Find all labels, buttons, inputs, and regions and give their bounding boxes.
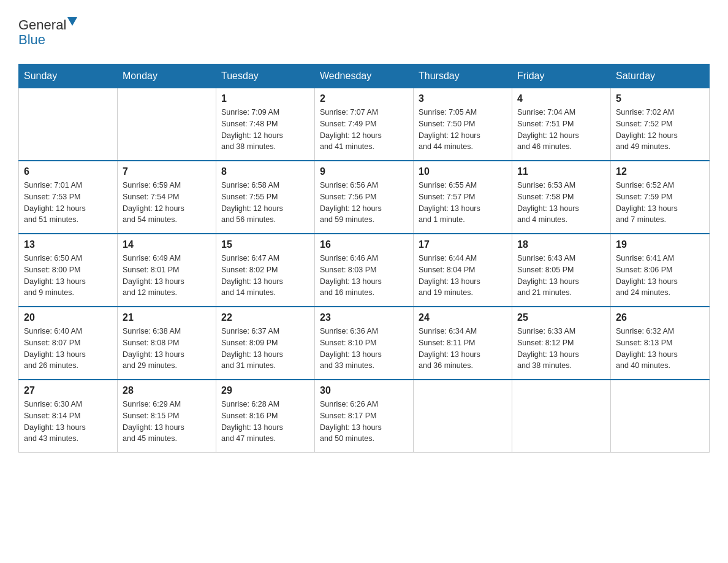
day-number: 4: [517, 93, 605, 104]
header-wednesday: Wednesday: [315, 64, 414, 88]
day-info: Sunrise: 6:47 AM Sunset: 8:02 PM Dayligh…: [221, 253, 309, 299]
calendar-cell: 7Sunrise: 6:59 AM Sunset: 7:54 PM Daylig…: [118, 161, 216, 234]
day-number: 16: [320, 239, 408, 250]
header-friday: Friday: [512, 64, 611, 88]
day-info: Sunrise: 6:29 AM Sunset: 8:15 PM Dayligh…: [123, 399, 211, 445]
day-info: Sunrise: 6:41 AM Sunset: 8:06 PM Dayligh…: [616, 253, 704, 299]
day-info: Sunrise: 7:07 AM Sunset: 7:49 PM Dayligh…: [320, 107, 408, 153]
day-info: Sunrise: 6:46 AM Sunset: 8:03 PM Dayligh…: [320, 253, 408, 299]
svg-text:General: General: [18, 17, 66, 33]
logo-svg: General Blue: [18, 12, 92, 49]
calendar-table: SundayMondayTuesdayWednesdayThursdayFrid…: [18, 64, 710, 453]
day-number: 1: [221, 93, 309, 104]
calendar-cell: [611, 380, 710, 453]
day-info: Sunrise: 6:58 AM Sunset: 7:55 PM Dayligh…: [221, 180, 309, 226]
calendar-week-row: 1Sunrise: 7:09 AM Sunset: 7:48 PM Daylig…: [19, 88, 710, 161]
calendar-cell: 30Sunrise: 6:26 AM Sunset: 8:17 PM Dayli…: [315, 380, 414, 453]
day-number: 26: [616, 312, 704, 323]
day-number: 12: [616, 166, 704, 177]
day-number: 2: [320, 93, 408, 104]
day-number: 24: [419, 312, 507, 323]
calendar-cell: 2Sunrise: 7:07 AM Sunset: 7:49 PM Daylig…: [315, 88, 414, 161]
day-number: 5: [616, 93, 704, 104]
day-number: 17: [419, 239, 507, 250]
calendar-week-row: 27Sunrise: 6:30 AM Sunset: 8:14 PM Dayli…: [19, 380, 710, 453]
day-number: 11: [517, 166, 605, 177]
day-info: Sunrise: 6:26 AM Sunset: 8:17 PM Dayligh…: [320, 399, 408, 445]
day-info: Sunrise: 6:43 AM Sunset: 8:05 PM Dayligh…: [517, 253, 605, 299]
calendar-cell: 12Sunrise: 6:52 AM Sunset: 7:59 PM Dayli…: [611, 161, 710, 234]
calendar-cell: 14Sunrise: 6:49 AM Sunset: 8:01 PM Dayli…: [118, 234, 216, 307]
calendar-week-row: 13Sunrise: 6:50 AM Sunset: 8:00 PM Dayli…: [19, 234, 710, 307]
header-thursday: Thursday: [414, 64, 512, 88]
calendar-cell: 21Sunrise: 6:38 AM Sunset: 8:08 PM Dayli…: [118, 307, 216, 380]
day-info: Sunrise: 6:36 AM Sunset: 8:10 PM Dayligh…: [320, 326, 408, 372]
calendar-cell: 3Sunrise: 7:05 AM Sunset: 7:50 PM Daylig…: [414, 88, 512, 161]
day-info: Sunrise: 6:56 AM Sunset: 7:56 PM Dayligh…: [320, 180, 408, 226]
header-saturday: Saturday: [611, 64, 710, 88]
day-info: Sunrise: 6:49 AM Sunset: 8:01 PM Dayligh…: [123, 253, 211, 299]
calendar-cell: 29Sunrise: 6:28 AM Sunset: 8:16 PM Dayli…: [216, 380, 315, 453]
calendar-cell: 27Sunrise: 6:30 AM Sunset: 8:14 PM Dayli…: [19, 380, 118, 453]
calendar-cell: 23Sunrise: 6:36 AM Sunset: 8:10 PM Dayli…: [315, 307, 414, 380]
day-number: 22: [221, 312, 309, 323]
day-info: Sunrise: 6:55 AM Sunset: 7:57 PM Dayligh…: [419, 180, 507, 226]
logo-graphic: General Blue: [18, 12, 92, 52]
calendar-cell: 18Sunrise: 6:43 AM Sunset: 8:05 PM Dayli…: [512, 234, 611, 307]
day-info: Sunrise: 6:32 AM Sunset: 8:13 PM Dayligh…: [616, 326, 704, 372]
svg-text:Blue: Blue: [18, 32, 45, 47]
day-number: 3: [419, 93, 507, 104]
day-info: Sunrise: 7:01 AM Sunset: 7:53 PM Dayligh…: [24, 180, 112, 226]
day-number: 23: [320, 312, 408, 323]
day-number: 10: [419, 166, 507, 177]
calendar-cell: 25Sunrise: 6:33 AM Sunset: 8:12 PM Dayli…: [512, 307, 611, 380]
calendar-cell: 8Sunrise: 6:58 AM Sunset: 7:55 PM Daylig…: [216, 161, 315, 234]
logo: General Blue: [18, 12, 92, 52]
calendar-cell: [414, 380, 512, 453]
day-info: Sunrise: 6:44 AM Sunset: 8:04 PM Dayligh…: [419, 253, 507, 299]
day-number: 18: [517, 239, 605, 250]
day-number: 30: [320, 385, 408, 396]
day-number: 15: [221, 239, 309, 250]
page-header: General Blue: [18, 12, 710, 52]
day-number: 21: [123, 312, 211, 323]
calendar-cell: 20Sunrise: 6:40 AM Sunset: 8:07 PM Dayli…: [19, 307, 118, 380]
calendar-cell: 22Sunrise: 6:37 AM Sunset: 8:09 PM Dayli…: [216, 307, 315, 380]
calendar-cell: 6Sunrise: 7:01 AM Sunset: 7:53 PM Daylig…: [19, 161, 118, 234]
day-number: 13: [24, 239, 112, 250]
day-info: Sunrise: 6:28 AM Sunset: 8:16 PM Dayligh…: [221, 399, 309, 445]
day-number: 7: [123, 166, 211, 177]
calendar-cell: 1Sunrise: 7:09 AM Sunset: 7:48 PM Daylig…: [216, 88, 315, 161]
calendar-cell: 9Sunrise: 6:56 AM Sunset: 7:56 PM Daylig…: [315, 161, 414, 234]
header-sunday: Sunday: [19, 64, 118, 88]
calendar-cell: 13Sunrise: 6:50 AM Sunset: 8:00 PM Dayli…: [19, 234, 118, 307]
calendar-cell: [512, 380, 611, 453]
day-info: Sunrise: 6:34 AM Sunset: 8:11 PM Dayligh…: [419, 326, 507, 372]
day-info: Sunrise: 6:59 AM Sunset: 7:54 PM Dayligh…: [123, 180, 211, 226]
day-number: 27: [24, 385, 112, 396]
day-info: Sunrise: 7:04 AM Sunset: 7:51 PM Dayligh…: [517, 107, 605, 153]
calendar-week-row: 20Sunrise: 6:40 AM Sunset: 8:07 PM Dayli…: [19, 307, 710, 380]
calendar-cell: 17Sunrise: 6:44 AM Sunset: 8:04 PM Dayli…: [414, 234, 512, 307]
calendar-header-row: SundayMondayTuesdayWednesdayThursdayFrid…: [19, 64, 710, 88]
day-info: Sunrise: 6:50 AM Sunset: 8:00 PM Dayligh…: [24, 253, 112, 299]
day-number: 25: [517, 312, 605, 323]
svg-marker-1: [67, 17, 77, 26]
day-info: Sunrise: 7:09 AM Sunset: 7:48 PM Dayligh…: [221, 107, 309, 153]
calendar-cell: 16Sunrise: 6:46 AM Sunset: 8:03 PM Dayli…: [315, 234, 414, 307]
calendar-cell: 19Sunrise: 6:41 AM Sunset: 8:06 PM Dayli…: [611, 234, 710, 307]
calendar-cell: 15Sunrise: 6:47 AM Sunset: 8:02 PM Dayli…: [216, 234, 315, 307]
day-info: Sunrise: 6:38 AM Sunset: 8:08 PM Dayligh…: [123, 326, 211, 372]
day-number: 29: [221, 385, 309, 396]
day-info: Sunrise: 6:52 AM Sunset: 7:59 PM Dayligh…: [616, 180, 704, 226]
day-info: Sunrise: 6:37 AM Sunset: 8:09 PM Dayligh…: [221, 326, 309, 372]
header-monday: Monday: [118, 64, 216, 88]
calendar-cell: 4Sunrise: 7:04 AM Sunset: 7:51 PM Daylig…: [512, 88, 611, 161]
day-number: 14: [123, 239, 211, 250]
calendar-week-row: 6Sunrise: 7:01 AM Sunset: 7:53 PM Daylig…: [19, 161, 710, 234]
day-number: 9: [320, 166, 408, 177]
calendar-cell: 28Sunrise: 6:29 AM Sunset: 8:15 PM Dayli…: [118, 380, 216, 453]
calendar-cell: 24Sunrise: 6:34 AM Sunset: 8:11 PM Dayli…: [414, 307, 512, 380]
day-info: Sunrise: 6:53 AM Sunset: 7:58 PM Dayligh…: [517, 180, 605, 226]
day-number: 8: [221, 166, 309, 177]
